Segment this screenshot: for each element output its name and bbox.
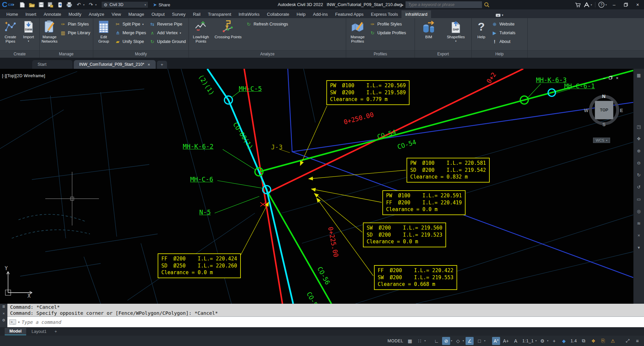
doc-tab-start[interactable]: Start bbox=[32, 60, 72, 69]
trace-icon[interactable]: ⎘ bbox=[599, 337, 607, 345]
nav-steering-wheel-icon[interactable]: ◎ bbox=[637, 209, 641, 214]
label-n-5[interactable]: N-5 bbox=[199, 208, 211, 216]
tab-express-tools[interactable]: Express Tools bbox=[367, 10, 402, 18]
nav-pan-icon[interactable]: ✥ bbox=[637, 136, 641, 141]
refresh-crossings-button[interactable]: ↻Refresh Crossings bbox=[244, 20, 290, 29]
undo-caret-icon[interactable]: ▾ bbox=[83, 3, 85, 6]
viewport-controls[interactable]: [-][Top][2D Wireframe] bbox=[2, 73, 45, 78]
wcs-dropdown[interactable]: WCS▾ bbox=[593, 138, 610, 143]
drawing-canvas[interactable]: [-][Top][2D Wireframe] – × MH-C-5 (2)(1)… bbox=[0, 69, 633, 304]
layout-tab-model[interactable]: Model bbox=[5, 328, 26, 335]
callout-pw-ff-crossing[interactable]: PW Ø100 I.L.= 220.591FF Ø200 I.L.= 220.4… bbox=[382, 190, 466, 215]
tab-manage[interactable]: Manage bbox=[125, 10, 148, 18]
scale-caret-icon[interactable]: ▾ bbox=[535, 339, 537, 342]
unify-slope-button[interactable]: ▰Unify Slope bbox=[113, 37, 148, 46]
tab-annotate[interactable]: Annotate bbox=[40, 10, 65, 18]
about-button[interactable]: !About bbox=[490, 37, 517, 46]
split-pipe-button[interactable]: ✂Split Pipe▾ bbox=[113, 20, 148, 29]
low-high-points-button[interactable]: Low/High Points bbox=[190, 19, 212, 44]
viewcube-west[interactable]: W bbox=[584, 108, 588, 113]
annotation-scale-icon[interactable]: A bbox=[512, 337, 520, 345]
polar-caret-icon[interactable]: ▾ bbox=[451, 339, 452, 342]
nav-grid-icon[interactable]: ▦ bbox=[637, 73, 641, 78]
update-ground-button[interactable]: ↻Update Ground bbox=[148, 37, 187, 46]
autodesk-docs-icon[interactable]: ❖ bbox=[589, 337, 597, 345]
nav-viewcube-home-icon[interactable]: ◳ bbox=[637, 124, 641, 129]
create-pipes-button[interactable]: Create Pipes bbox=[1, 19, 20, 44]
label-mh-c-6-1[interactable]: MH-C-6-1 bbox=[564, 82, 595, 90]
command-input[interactable] bbox=[22, 319, 644, 325]
restore-button[interactable] bbox=[622, 1, 630, 8]
label-mh-k-6-2[interactable]: MH-K-6-2 bbox=[183, 143, 214, 150]
website-button[interactable]: ⊕Website bbox=[490, 20, 517, 29]
panel-label-profiles[interactable]: Profiles bbox=[346, 50, 415, 58]
callout-ff-sw-crossing[interactable]: FF Ø200 I.L.= 220.422SW Ø200 I.L.= 219.5… bbox=[374, 265, 457, 290]
cart-icon[interactable] bbox=[575, 2, 581, 7]
search-expand-icon[interactable]: ▸ bbox=[402, 3, 404, 7]
tab-featured-apps[interactable]: Featured Apps bbox=[331, 10, 367, 18]
nav-orbit-icon[interactable]: ↻ bbox=[637, 172, 641, 178]
clean-screen-icon[interactable]: ⤢ bbox=[624, 337, 632, 345]
command-tools-icon[interactable]: ⚙ bbox=[2, 318, 5, 323]
application-menu-button[interactable]: C C3D ▾ bbox=[2, 1, 14, 8]
panel-label-modify[interactable]: Modify bbox=[93, 50, 189, 58]
open-file-icon[interactable] bbox=[29, 2, 35, 8]
ortho-icon[interactable]: ∟ bbox=[432, 337, 440, 345]
isometric-drafting-icon[interactable]: ◇ bbox=[454, 337, 462, 345]
polar-tracking-icon[interactable]: ⊘ bbox=[442, 337, 450, 345]
command-close-icon[interactable]: × bbox=[3, 311, 5, 315]
tab-home[interactable]: Home bbox=[3, 10, 22, 18]
nav-window-icon[interactable]: ▭ bbox=[637, 197, 641, 202]
tab-collaborate[interactable]: Collaborate bbox=[263, 10, 293, 18]
nav-close-icon[interactable]: × bbox=[638, 233, 640, 238]
tab-survey[interactable]: Survey bbox=[168, 10, 189, 18]
search-input[interactable] bbox=[406, 1, 482, 8]
new-drawing-button[interactable]: + bbox=[157, 61, 167, 69]
search-icon[interactable] bbox=[484, 2, 489, 7]
manage-networks-button[interactable]: Manage Networks bbox=[41, 19, 58, 44]
units-value[interactable]: 1.4 bbox=[570, 337, 578, 345]
layout-tab-layout1[interactable]: Layout1 bbox=[27, 328, 51, 335]
snap-caret-icon[interactable]: ▾ bbox=[424, 339, 426, 342]
tab-analyze[interactable]: Analyze bbox=[85, 10, 108, 18]
object-snap-icon[interactable]: □ bbox=[475, 337, 483, 345]
tab-infrawizard[interactable]: infraWizard bbox=[401, 10, 431, 18]
viewport-restore-icon[interactable] bbox=[609, 76, 612, 81]
undo-icon[interactable]: ↶ bbox=[76, 2, 82, 8]
tab-output[interactable]: Output bbox=[148, 10, 168, 18]
command-recent-caret-icon[interactable]: ▾ bbox=[18, 320, 20, 324]
viewcube-north[interactable]: N bbox=[602, 94, 605, 99]
tab-rail[interactable]: Rail bbox=[189, 10, 204, 18]
edit-group-button[interactable]: Edit Group bbox=[94, 19, 113, 44]
help-caret-icon[interactable]: ▾ bbox=[605, 3, 607, 6]
import-button[interactable]: SWM Import ▾ bbox=[20, 19, 37, 43]
panel-label-export[interactable]: Export bbox=[415, 50, 471, 58]
tab-modify[interactable]: Modify bbox=[65, 10, 85, 18]
tab-addins[interactable]: Add-ins bbox=[309, 10, 331, 18]
plan-styles-button[interactable]: ✑Plan Styles bbox=[58, 20, 92, 29]
tab-view[interactable]: View bbox=[108, 10, 125, 18]
redo-caret-icon[interactable]: ▾ bbox=[95, 3, 97, 6]
autodesk-account-icon[interactable] bbox=[584, 2, 590, 7]
label-mh-c-5[interactable]: MH-C-5 bbox=[239, 85, 262, 92]
tab-transparent[interactable]: Transparent bbox=[204, 10, 235, 18]
workspace-switching-icon[interactable]: ⚙ bbox=[538, 337, 546, 345]
new-layout-button[interactable]: + bbox=[52, 329, 60, 334]
plot-icon[interactable] bbox=[66, 2, 72, 8]
label-j-3[interactable]: J-3 bbox=[271, 143, 282, 151]
annotation-monitor-icon[interactable]: + bbox=[550, 337, 558, 345]
update-profiles-button[interactable]: ↻Update Profiles bbox=[368, 29, 408, 37]
viewcube-east[interactable]: E bbox=[620, 108, 623, 113]
nav-zoom-out-icon[interactable]: ⊖ bbox=[637, 160, 641, 165]
help-menu-icon[interactable]: ? bbox=[598, 2, 604, 8]
object-isolate-icon[interactable]: ⧉ bbox=[580, 337, 588, 345]
viewcube-south[interactable]: S bbox=[602, 122, 605, 127]
account-caret-icon[interactable]: ▾ bbox=[591, 3, 592, 6]
model-space-button[interactable]: MODEL bbox=[386, 337, 404, 345]
nav-zoom-in-icon[interactable]: ⊕ bbox=[637, 148, 641, 153]
workspace-switch-caret-icon[interactable]: ▾ bbox=[547, 339, 548, 342]
panel-label-create[interactable]: Create bbox=[0, 50, 39, 58]
close-button[interactable]: × bbox=[633, 1, 642, 8]
nav-more-icon[interactable]: ▾ bbox=[638, 245, 640, 250]
shapefiles-button[interactable]: SHP Shapefiles ▾ bbox=[445, 19, 467, 43]
